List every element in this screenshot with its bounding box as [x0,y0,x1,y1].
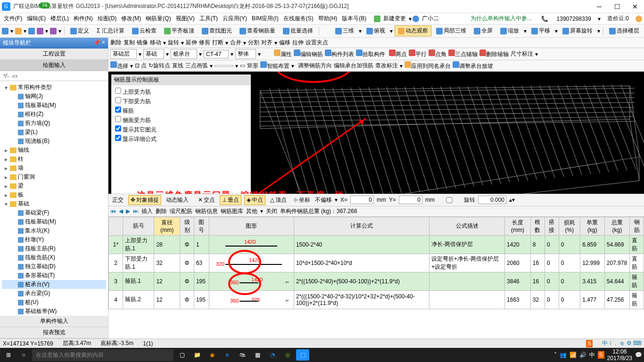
component-select[interactable]: CT-47 [204,50,229,58]
last-button[interactable]: ⏭ [133,208,139,214]
table-row[interactable]: 3箍筋.112Φ195 3601420⌐2*((1500-2*40)+(500-… [109,272,644,290]
app-icon-4[interactable]: ◔ [266,349,279,361]
store-icon[interactable]: 🛍 [236,349,249,361]
menu-draw[interactable]: 绘图(D) [96,14,119,24]
tree-node[interactable]: ▸ 板 [2,190,106,199]
pan-button[interactable]: 平移 [528,26,553,36]
tray-time[interactable]: 12:06 [607,348,632,355]
move-button[interactable]: 移动 [150,39,161,47]
table-row[interactable]: 2下部受力筋.132Φ63 320142010*d+1500-2*40+10*d… [109,254,644,272]
flat-button[interactable]: 平齐板顶 [161,26,197,36]
find-button[interactable]: 查找图元 [199,26,235,36]
tree-node[interactable]: ▸ 轴线 [2,146,106,155]
menu-cloud[interactable]: 云应用(Y) [221,14,249,24]
app-icon-1[interactable]: 📁 [190,349,204,361]
menu-component[interactable]: 构件(N) [72,14,95,24]
col-header[interactable]: 钢筋 [630,217,644,235]
tree-node[interactable]: ▸ 门窗洞 [2,173,106,181]
rebar-info-button[interactable]: 钢筋信息 [195,207,218,215]
parallel-button[interactable]: 平行 [409,49,427,58]
taskview-icon[interactable]: ▢ [175,349,189,361]
copy-button[interactable]: 复制 [124,39,135,47]
rebar-check[interactable]: 显示其它图元 [115,125,247,134]
tree-item[interactable]: 轴网(J) [2,92,106,101]
app-icon-3[interactable]: ▦ [251,349,264,361]
arc-tool[interactable]: 三点画弧 [185,62,208,70]
tree-item[interactable]: 桩承台(V) [2,280,106,289]
line-tool[interactable]: 直线 [172,62,183,70]
two-point-button[interactable]: 两点 [389,49,407,58]
apply-button[interactable]: 应用到同名承台 [405,61,451,70]
rebar-check[interactable]: 上部受力筋 [115,87,247,97]
tray-notifications[interactable]: 💬 [635,352,642,358]
col-header[interactable]: 筋号 [123,217,154,235]
tray-date[interactable]: 2017/8/23 [607,355,632,362]
menu-online[interactable]: 在线服务(S) [281,14,315,24]
rebar-grid[interactable]: 筋号直径(mm)级别图号图形计算公式公式描述长度(mm)根数搭接损耗(%)单重(… [108,216,644,339]
sidebar-sect-draw[interactable]: 绘图输入 [0,60,108,71]
rotate-checkbox[interactable] [438,197,461,203]
col-header[interactable]: 级别 [180,217,194,235]
align-button[interactable]: 对齐 [261,39,272,47]
credit-label[interactable]: 造价豆:0 [605,14,631,24]
tray-expand[interactable]: ˄ [554,352,557,358]
ime-lang[interactable]: 中 ⁞ ﹐ ⊕ ⚙ ⌨ [602,339,641,347]
stretch-button[interactable]: 拉伸 [292,39,304,47]
trim-button[interactable]: 修剪 [199,39,210,47]
why-link[interactable]: 为什么单构件输入中参… [469,14,535,24]
tree-node[interactable]: ▸ 柱 [2,155,106,164]
tree-node[interactable]: ▸ 墙 [2,164,106,173]
perp-snap[interactable]: ⊥ 垂点 [220,195,241,205]
col-header[interactable]: 损耗(%) [559,217,580,235]
menu-view[interactable]: 视图(V) [174,14,197,24]
scale-button[interactable]: 缩尺配筋 [170,207,192,215]
dynamic-observe-button[interactable]: 动态观察 [395,25,431,36]
point-tool[interactable]: ⊡ 点 [135,62,147,70]
redo-icon[interactable] [50,28,57,34]
rebar-check[interactable]: 显示详细公式 [115,134,247,144]
collapse-icon[interactable]: ▭ [12,73,17,79]
tray-people[interactable]: 👥 [560,352,567,358]
undo-icon[interactable] [37,28,43,34]
adjust-slope-button[interactable]: 调整承台放坡 [453,61,493,70]
screen-rotate-button[interactable]: 屏幕旋转 [560,26,595,36]
y-input[interactable] [399,196,422,204]
angle-button[interactable]: 点角 [429,49,446,58]
menu-bim[interactable]: BIM应用(I) [250,14,281,24]
sidebar-sect-single[interactable]: 单构件输入 [0,316,108,327]
tree-node[interactable]: ▾ 常用构件类型 [2,83,106,92]
whole-select[interactable]: 整体 [235,49,256,59]
taskbar-search[interactable]: 在这里输入你要搜索的内容 [32,349,173,361]
3d-viewport[interactable]: E 钢筋显示控制面板 上部受力筋 下部受力筋 箍筋 侧面受力筋 显示其它图元 显… [108,72,644,194]
fullscreen-button[interactable]: 全屏 [471,26,495,36]
app-icon-6[interactable]: ⬚ [296,349,309,361]
component-tree[interactable]: ▾ 常用构件类型 轴网(J) 筏板基础(M) 框柱(Z) 剪力墙(Q) 梁(L)… [0,81,108,316]
menu-rebar[interactable]: 钢筋量(Q) [144,14,173,24]
cloud-check-button[interactable]: 云检查 [129,26,159,36]
tray-ime[interactable]: 中 [589,351,595,359]
col-header[interactable]: 图号 [194,217,209,235]
table-row[interactable]: 1*上部受力筋.128Φ1 14201500-2*40净长-两倍保护层14208… [109,235,644,254]
floor-select[interactable]: 基础层 [110,49,137,59]
pin-icon[interactable]: 📌 × [93,39,105,47]
insert-row-button[interactable]: 插入 [141,207,153,215]
edit-rebar-button[interactable]: 编辑钢筋 [294,49,323,58]
col-header[interactable]: 长度(mm) [505,217,531,235]
dyn-input-button[interactable]: 动态输入 [164,196,190,205]
table-row[interactable]: 4箍筋.212Φ195 360329⌐2*(((1500-2*40-2*d-32… [109,290,644,309]
category-select[interactable]: 基础 [143,49,164,59]
merge-button[interactable]: 合并 [230,39,241,47]
new-change-button[interactable]: 新建变更 [381,14,408,24]
extend-button[interactable]: 延伸 [186,39,197,47]
col-header[interactable]: 总重(kg) [604,217,629,235]
sum-button[interactable]: Σ 汇总计算 [94,26,127,36]
minimize-button[interactable]: ─ [592,3,606,10]
rect-tool[interactable]: ▭ 矩形 [240,62,258,70]
open-icon[interactable] [15,28,22,34]
col-header[interactable]: 根数 [530,217,545,235]
user-label[interactable]: 广小二 [420,14,441,24]
tray-wifi[interactable]: 📶 [570,352,577,358]
rebar-lib-button[interactable]: 钢筋图库 [221,207,243,215]
sidebar-sect-project[interactable]: 工程设置 [0,49,108,60]
col-header[interactable]: 单重(kg) [580,217,605,235]
